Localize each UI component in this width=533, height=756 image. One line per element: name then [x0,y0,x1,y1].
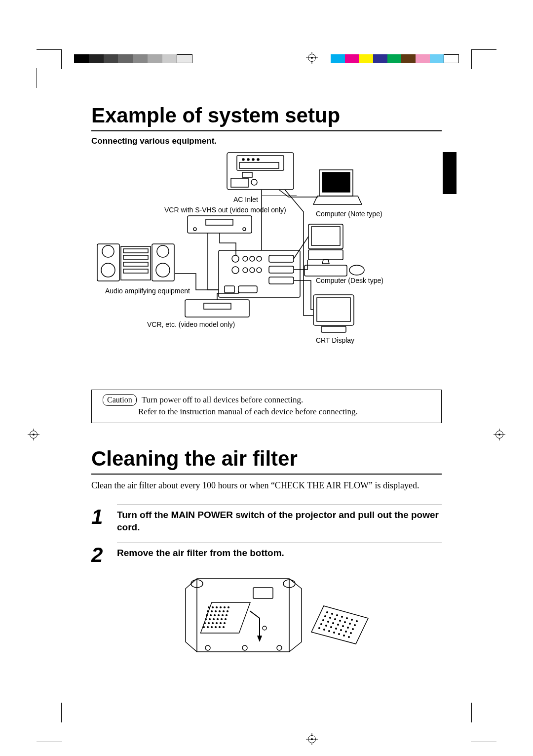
svg-point-126 [339,634,340,635]
svg-point-74 [226,615,228,616]
svg-point-13 [193,228,196,231]
svg-point-58 [212,607,214,608]
svg-point-5 [257,159,259,160]
svg-rect-39 [238,286,257,293]
svg-point-78 [217,619,219,620]
subheading-connecting: Connecting various equipment. [91,136,442,146]
svg-point-94 [327,612,328,613]
svg-point-95 [332,613,333,615]
step-text: Turn off the MAIN POWER switch of the pr… [117,509,442,533]
svg-point-119 [341,630,342,631]
caution-box: Caution Turn power off to all devices be… [91,390,442,423]
svg-point-107 [354,625,356,626]
svg-point-79 [221,619,223,620]
svg-point-102 [330,617,331,619]
step-number: 1 [91,505,117,533]
svg-point-86 [224,623,226,624]
svg-point-93 [263,626,266,630]
svg-point-104 [340,620,341,622]
svg-point-17 [101,263,115,277]
step-1: 1 Turn off the MAIN POWER switch of the … [91,505,442,533]
svg-point-103 [335,619,336,620]
svg-point-81 [204,623,206,624]
svg-rect-20 [123,255,148,259]
svg-point-60 [220,607,222,608]
svg-point-64 [211,611,213,612]
svg-point-123 [324,629,325,631]
svg-rect-55 [253,588,273,598]
registration-mark-icon [306,52,318,64]
svg-rect-11 [188,216,252,233]
svg-point-100 [356,621,358,622]
svg-rect-37 [269,277,294,284]
svg-point-117 [331,627,332,628]
svg-point-90 [215,627,217,628]
svg-point-101 [325,616,326,617]
svg-point-67 [223,611,225,612]
section-title-system-setup: Example of system setup [91,104,442,131]
svg-point-2 [242,159,244,160]
svg-point-70 [210,615,212,616]
svg-rect-47 [313,295,354,325]
svg-point-77 [213,619,215,620]
svg-point-85 [220,623,222,624]
svg-point-76 [209,619,211,620]
svg-rect-41 [204,303,231,309]
svg-point-57 [208,607,210,608]
svg-point-71 [214,615,216,616]
svg-point-118 [336,628,337,630]
svg-rect-38 [225,286,234,293]
page-content: Example of system setup Connecting vario… [91,104,442,667]
step-text: Remove the air filter from the bottom. [117,547,442,559]
grayscale-calibration-strip [74,54,192,63]
svg-point-16 [102,245,114,257]
svg-rect-10 [322,172,350,192]
svg-rect-26 [219,250,300,297]
svg-point-106 [349,623,351,625]
svg-point-30 [257,256,262,261]
registration-mark-icon [494,429,505,440]
svg-point-53 [242,645,247,650]
svg-point-3 [247,159,249,160]
svg-rect-48 [317,298,350,321]
svg-rect-15 [97,244,119,281]
svg-point-89 [211,627,213,628]
svg-rect-40 [185,300,249,317]
svg-point-24 [157,245,169,257]
svg-point-91 [219,627,221,628]
svg-point-88 [207,627,209,628]
svg-point-80 [225,619,227,620]
svg-point-28 [243,256,248,261]
color-calibration-strip [331,54,459,63]
svg-point-46 [349,265,364,275]
svg-point-97 [342,616,343,618]
svg-point-75 [205,619,207,620]
section-title-air-filter: Cleaning the air filter [91,447,442,475]
svg-point-99 [351,619,353,621]
step-2: 2 Remove the air filter from the bottom. [91,543,442,658]
svg-rect-7 [231,178,248,187]
svg-point-124 [329,631,330,632]
svg-point-82 [208,623,210,624]
svg-rect-49 [321,326,346,332]
svg-point-125 [334,632,335,634]
svg-point-31 [232,267,239,274]
svg-point-33 [250,268,255,273]
svg-point-29 [250,256,255,261]
svg-point-68 [227,611,228,612]
svg-point-115 [321,624,322,625]
svg-point-111 [338,624,339,626]
svg-point-108 [323,620,324,621]
svg-rect-12 [206,219,233,225]
svg-rect-36 [269,266,294,273]
air-filter-diagram [173,564,385,658]
svg-point-110 [333,623,334,624]
svg-point-92 [223,627,225,628]
svg-rect-19 [123,249,148,253]
air-filter-intro: Clean the air filter about every 100 hou… [91,480,442,491]
svg-point-14 [243,228,246,231]
svg-point-66 [219,611,221,612]
svg-rect-22 [123,269,148,273]
registration-mark-icon [306,733,318,745]
svg-point-52 [205,645,210,650]
